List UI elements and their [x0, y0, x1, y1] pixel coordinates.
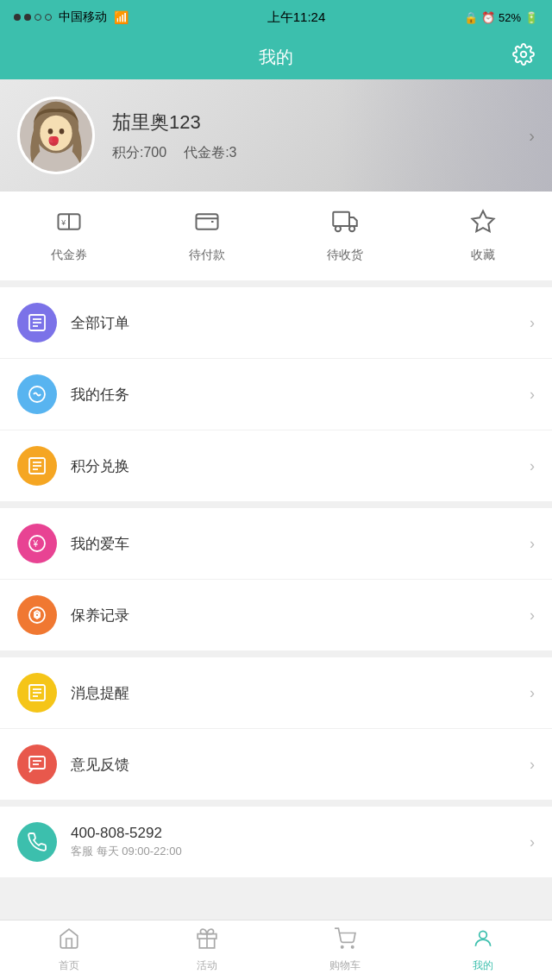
nav-mine-label: 我的: [473, 958, 493, 973]
my-car-arrow: ›: [530, 535, 535, 553]
profile-section[interactable]: 茄里奥123 积分:700 代金卷:3 ›: [0, 79, 552, 192]
bottom-nav: 首页 活动 购物车: [0, 920, 552, 980]
profile-arrow[interactable]: ›: [529, 126, 535, 146]
svg-text:¥: ¥: [33, 539, 39, 549]
avatar: [17, 97, 95, 174]
favorites-label: 收藏: [471, 248, 495, 263]
status-bar: 中国移动 📶 上午11:24 🔒 ⏰ 52% 🔋: [0, 0, 552, 35]
signal-dot2: [24, 14, 31, 21]
page-title: 我的: [259, 46, 293, 69]
my-car-icon: ¥: [17, 524, 57, 563]
menu-item-feedback[interactable]: 意见反馈 ›: [0, 729, 552, 800]
menu-item-notifications[interactable]: 消息提醒 ›: [0, 657, 552, 729]
my-tasks-icon: [17, 374, 57, 414]
menu-group-1: 全部订单 › 我的任务 › 积分兑换 ›: [0, 287, 552, 501]
all-orders-text: 全部订单: [71, 313, 530, 333]
signal-dot3: [34, 14, 41, 21]
points-exchange-arrow: ›: [530, 457, 535, 475]
pending-receive-label: 待收货: [327, 248, 363, 263]
svg-point-41: [352, 946, 354, 948]
svg-point-3: [40, 116, 72, 151]
truck-icon: [332, 209, 358, 241]
all-orders-arrow: ›: [530, 314, 535, 332]
voucher-label: 代金券: [51, 248, 87, 263]
svg-point-42: [480, 931, 487, 939]
svg-marker-14: [349, 217, 357, 226]
action-favorites[interactable]: 收藏: [414, 209, 552, 263]
action-pending-pay[interactable]: 待付款: [138, 209, 276, 263]
signal-dot4: [45, 14, 52, 21]
star-icon: [470, 209, 496, 241]
gift-icon: [196, 927, 218, 955]
svg-rect-12: [197, 214, 218, 229]
feedback-icon: [17, 744, 57, 784]
home-icon: [58, 927, 80, 955]
hotline-hours: 客服 每天 09:00-22:00: [71, 844, 530, 859]
alarm-icon: ⏰: [481, 11, 495, 24]
nav-item-activity[interactable]: 活动: [138, 927, 276, 973]
hotline-arrow: ›: [530, 833, 535, 851]
notifications-arrow: ›: [530, 684, 535, 702]
settings-icon[interactable]: [512, 43, 535, 71]
nav-item-home[interactable]: 首页: [0, 927, 138, 973]
feedback-arrow: ›: [530, 756, 535, 774]
wifi-icon: 📶: [114, 10, 129, 24]
status-left: 中国移动 📶: [14, 9, 129, 25]
battery-icon: 🔋: [524, 11, 538, 24]
menu-group-3: 消息提醒 › 意见反馈 ›: [0, 657, 552, 800]
action-voucher[interactable]: ¥ 代金券: [0, 209, 138, 263]
menu-item-points-exchange[interactable]: 积分兑换 ›: [0, 430, 552, 501]
menu-item-hotline[interactable]: 400-808-5292 客服 每天 09:00-22:00 ›: [0, 807, 552, 877]
notifications-text: 消息提醒: [71, 683, 530, 703]
signal-dot1: [14, 14, 21, 21]
points-exchange-icon: [17, 446, 57, 486]
cart-icon: [334, 927, 356, 955]
maintenance-arrow: ›: [530, 606, 535, 625]
nav-cart-label: 购物车: [329, 958, 361, 973]
svg-point-15: [336, 226, 341, 231]
profile-name: 茄里奥123: [112, 110, 529, 135]
my-car-text: 我的爱车: [71, 534, 530, 554]
menu-item-all-orders[interactable]: 全部订单 ›: [0, 287, 552, 359]
nav-activity-label: 活动: [197, 958, 217, 973]
svg-rect-35: [29, 757, 45, 769]
status-right: 🔒 ⏰ 52% 🔋: [464, 11, 538, 24]
hotline-info: 400-808-5292 客服 每天 09:00-22:00: [71, 825, 530, 859]
svg-point-0: [521, 52, 527, 58]
hotline-number: 400-808-5292: [71, 825, 530, 842]
vouchers-text: 代金卷:3: [184, 144, 236, 162]
svg-point-29: [29, 607, 45, 623]
svg-point-8: [60, 129, 65, 135]
carrier-text: 中国移动: [59, 9, 107, 25]
my-tasks-text: 我的任务: [71, 385, 530, 405]
nav-home-label: 首页: [59, 958, 79, 973]
svg-point-7: [48, 129, 53, 135]
all-orders-icon: [17, 303, 57, 342]
svg-marker-17: [473, 211, 494, 232]
feedback-text: 意见反馈: [71, 755, 530, 775]
points-text: 积分:700: [112, 144, 166, 162]
action-pending-receive[interactable]: 待收货: [276, 209, 414, 263]
profile-stats: 积分:700 代金卷:3: [112, 144, 529, 162]
wallet-icon: [194, 209, 220, 241]
menu-group-4: 400-808-5292 客服 每天 09:00-22:00 ›: [0, 807, 552, 877]
status-time: 上午11:24: [267, 9, 326, 26]
header: 我的: [0, 35, 552, 79]
svg-point-30: [35, 613, 39, 617]
svg-point-40: [342, 946, 343, 948]
voucher-icon: ¥: [56, 209, 82, 241]
svg-text:¥: ¥: [60, 218, 66, 227]
quick-actions: ¥ 代金券 待付款 待收货: [0, 192, 552, 287]
menu-item-maintenance[interactable]: 保养记录 ›: [0, 580, 552, 650]
user-icon: [472, 927, 494, 955]
menu-item-my-car[interactable]: ¥ 我的爱车 ›: [0, 508, 552, 580]
my-tasks-arrow: ›: [530, 386, 535, 404]
pending-pay-label: 待付款: [189, 248, 225, 263]
svg-point-16: [349, 226, 354, 231]
nav-item-mine[interactable]: 我的: [414, 927, 552, 973]
maintenance-icon: [17, 595, 57, 635]
menu-item-my-tasks[interactable]: 我的任务 ›: [0, 359, 552, 430]
lock-icon: 🔒: [464, 11, 478, 24]
nav-item-cart[interactable]: 购物车: [276, 927, 414, 973]
notifications-icon: [17, 673, 57, 713]
